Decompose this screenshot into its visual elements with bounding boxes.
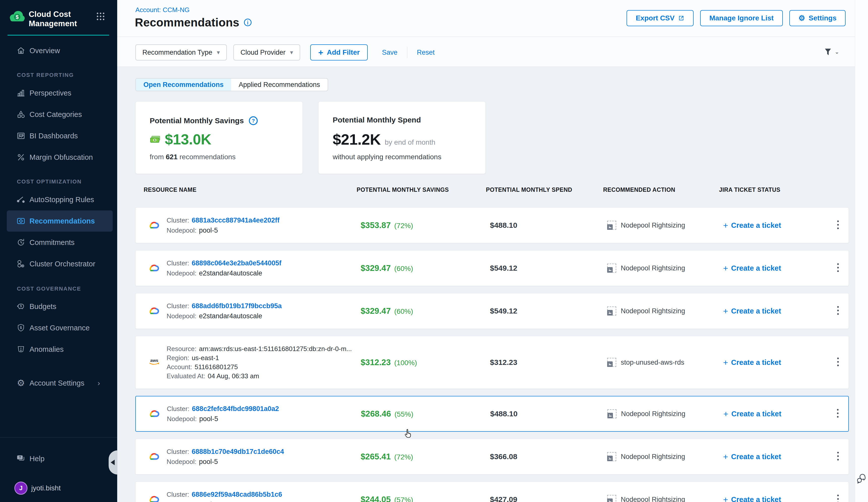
cloud-provider-dropdown[interactable]: Cloud Provider ▾ — [234, 44, 300, 61]
table-row[interactable]: aws Cluster:6888b1c70e49db17c1de60c4Node… — [135, 439, 849, 474]
support-chat-icon[interactable] — [855, 473, 867, 486]
user-profile[interactable]: J jyoti.bisht — [7, 478, 113, 499]
tab-applied-recommendations[interactable]: Applied Recommendations — [231, 79, 328, 91]
reset-filter-button[interactable]: Reset — [417, 49, 435, 56]
settings-button[interactable]: ⚙ Settings — [789, 10, 846, 26]
piggy-bank-icon: $ — [16, 302, 26, 311]
potential-monthly-spend-cell: $366.08 — [490, 452, 607, 461]
sidebar-item-commitments[interactable]: Commitments — [7, 232, 113, 253]
sidebar-item-recommendations[interactable]: Recommendations — [7, 210, 113, 232]
filter-panel-toggle[interactable]: ⌄ — [823, 47, 839, 57]
provider-icon-cell: aws — [148, 494, 167, 502]
cluster-link[interactable]: 688c2fefc84fbdc99801a0a2 — [192, 405, 279, 413]
spend-subtitle: without applying recommendations — [333, 153, 441, 161]
rightsizing-icon — [607, 495, 616, 502]
sidebar-item-bi-dashboards[interactable]: BI Dashboards — [7, 125, 113, 146]
create-ticket-button[interactable]: + Create a ticket — [723, 495, 819, 502]
plus-icon: + — [723, 307, 728, 315]
savings-percent: (60%) — [394, 265, 413, 273]
info-icon[interactable] — [244, 18, 252, 27]
sidebar-item-label: Cluster Orchestrator — [30, 260, 95, 268]
row-menu-kebab-icon[interactable] — [837, 220, 839, 231]
cluster-link[interactable]: 68898c064e3e2ba0e544005f — [192, 259, 281, 267]
resource-name-cell: Cluster:6881a3ccc887941a4ee202ffNodepool… — [167, 217, 361, 234]
add-filter-button[interactable]: + Add Filter — [310, 44, 368, 61]
row-menu-kebab-icon[interactable] — [837, 262, 839, 274]
cluster-link[interactable]: 6881a3ccc887941a4ee202ff — [192, 217, 279, 224]
sidebar-item-budgets[interactable]: $ Budgets — [7, 296, 113, 317]
tab-open-recommendations[interactable]: Open Recommendations — [136, 79, 231, 91]
recommended-action-label: Nodepool Rightsizing — [621, 496, 685, 502]
row-menu-kebab-icon[interactable] — [837, 357, 839, 368]
spend-card-title: Potential Monthly Spend — [333, 116, 421, 124]
table-row[interactable]: aws Cluster:6881a3ccc887941a4ee202ffNode… — [135, 207, 849, 243]
create-ticket-button[interactable]: + Create a ticket — [723, 307, 819, 315]
filter-bar: Recommendation Type ▾ Cloud Provider ▾ +… — [117, 37, 868, 67]
potential-monthly-spend-cell: $549.12 — [490, 307, 607, 315]
cluster-link[interactable]: 6886e92f59a48cad86b5b1c6 — [192, 491, 282, 499]
plus-icon: + — [723, 495, 728, 502]
table-row[interactable]: aws Resource:arn:aws:rds:us-east-1:51161… — [135, 336, 849, 389]
sidebar-item-label: BI Dashboards — [30, 132, 78, 140]
potential-monthly-savings-cell: $329.47 (60%) — [361, 263, 490, 273]
gcp-logo-icon — [148, 451, 160, 461]
sidebar-item-label: Help — [30, 454, 45, 463]
table-row[interactable]: aws Cluster:68898c064e3e2ba0e544005fNode… — [135, 250, 849, 286]
recommended-action-label: Nodepool Rightsizing — [621, 221, 685, 229]
create-ticket-button[interactable]: + Create a ticket — [723, 452, 819, 461]
sidebar-item-autostopping-rules[interactable]: AutoStopping Rules — [7, 189, 113, 210]
page-title: Recommendations — [135, 15, 239, 29]
potential-monthly-savings-cell: $244.05 (57%) — [361, 495, 490, 502]
app-switcher-grid-icon[interactable] — [96, 12, 105, 22]
save-filter-button[interactable]: Save — [382, 49, 397, 56]
cluster-link[interactable]: 6888b1c70e49db17c1de60c4 — [192, 448, 284, 456]
autostopping-icon — [16, 195, 26, 205]
gcp-logo-icon — [148, 305, 160, 315]
sidebar-item-cost-categories[interactable]: Cost Categories — [7, 104, 113, 125]
savings-amount: $268.46 — [361, 409, 391, 419]
resource-line-label: Nodepool: — [167, 312, 197, 320]
create-ticket-button[interactable]: + Create a ticket — [723, 409, 819, 418]
resource-line-label: Cluster: — [167, 405, 189, 413]
create-ticket-button[interactable]: + Create a ticket — [723, 221, 819, 230]
sidebar-item-overview[interactable]: Overview — [7, 40, 113, 61]
row-menu-kebab-icon[interactable] — [837, 494, 839, 502]
sidebar-item-asset-governance[interactable]: $ Asset Governance — [7, 317, 113, 338]
sidebar-item-account-settings[interactable]: ⚙ Account Settings › — [7, 373, 113, 394]
table-row[interactable]: aws Cluster:688c2fefc84fbdc99801a0a2Node… — [135, 396, 849, 432]
sidebar-item-help[interactable]: ? Help — [7, 448, 113, 469]
sidebar-item-label: Anomalies — [30, 345, 63, 354]
resource-line: Cluster:688add6fb019b17f9bccb95a — [167, 302, 361, 310]
manage-ignore-list-button[interactable]: Manage Ignore List — [700, 10, 783, 26]
sidebar-item-perspectives[interactable]: Perspectives — [7, 82, 113, 104]
resource-line-label: Nodepool: — [167, 458, 197, 466]
resource-name-cell: Cluster:68898c064e3e2ba0e544005fNodepool… — [167, 259, 361, 277]
page-header: Account: CCM-NG Recommendations Export C… — [117, 0, 868, 37]
savings-amount: $353.87 — [361, 220, 391, 230]
plus-icon: + — [723, 264, 728, 272]
question-icon[interactable]: ? — [248, 116, 258, 126]
sidebar-item-label: Account Settings — [30, 379, 84, 387]
row-menu-kebab-icon[interactable] — [836, 408, 839, 420]
table-row[interactable]: aws Cluster:688add6fb019b17f9bccb95aNode… — [135, 293, 849, 329]
create-ticket-button[interactable]: + Create a ticket — [723, 264, 819, 272]
recommendation-type-dropdown[interactable]: Recommendation Type ▾ — [135, 44, 227, 61]
svg-text:$: $ — [20, 304, 22, 308]
cluster-link[interactable]: 688add6fb019b17f9bccb95a — [192, 302, 282, 310]
resource-line-label: Cluster: — [167, 491, 189, 499]
recommended-action-cell: stop-unused-aws-rds — [607, 358, 723, 367]
create-ticket-label: Create a ticket — [731, 307, 781, 315]
sidebar-item-anomalies[interactable]: Anomalies — [7, 339, 113, 360]
resource-line-value: 04 Aug, 06:33 am — [208, 372, 259, 380]
breadcrumb-account-link[interactable]: Account: CCM-NG — [135, 6, 189, 14]
sidebar-item-margin-obfuscation[interactable]: Margin Obfuscation — [7, 147, 113, 168]
export-csv-button[interactable]: Export CSV — [627, 10, 694, 26]
sidebar-item-label: Recommendations — [30, 217, 95, 225]
row-menu-kebab-icon[interactable] — [837, 451, 839, 462]
sidebar-item-cluster-orchestrator[interactable]: Cluster Orchestrator — [7, 253, 113, 274]
recommended-action-cell: Nodepool Rightsizing — [607, 306, 723, 315]
table-row[interactable]: aws Cluster:6886e92f59a48cad86b5b1c6Node… — [135, 482, 849, 502]
recommendation-type-label: Recommendation Type — [142, 49, 212, 56]
create-ticket-button[interactable]: + Create a ticket — [723, 358, 819, 367]
row-menu-kebab-icon[interactable] — [837, 305, 839, 317]
